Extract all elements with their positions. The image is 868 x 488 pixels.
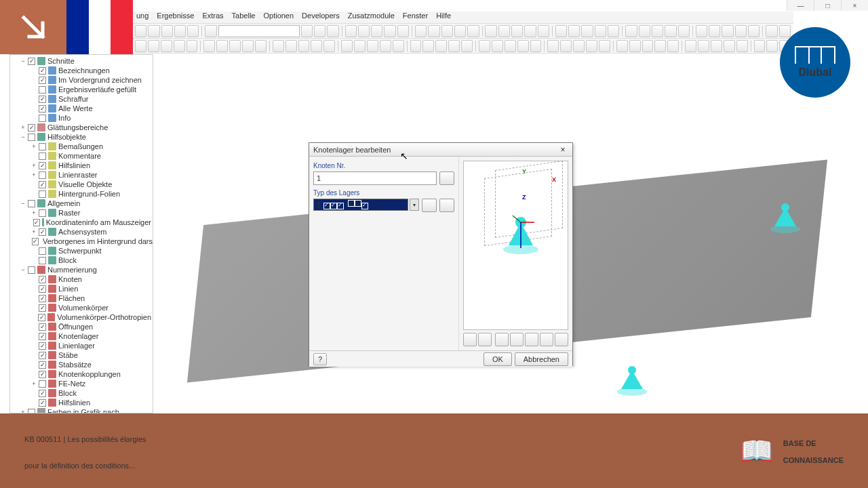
tree-item[interactable]: Volumenkörper [10, 303, 153, 312]
menu-optionen[interactable]: Optionen [263, 12, 294, 23]
toolbar-button[interactable] [255, 40, 267, 52]
toolbar-button[interactable] [273, 40, 284, 52]
constraint-checkbox[interactable] [330, 203, 337, 209]
toolbar-button[interactable] [530, 40, 542, 52]
toolbar-button[interactable] [148, 25, 159, 37]
constraint-checkbox[interactable] [337, 203, 344, 209]
toolbar-button[interactable] [667, 40, 679, 52]
expander-icon[interactable] [31, 295, 37, 302]
tree-item[interactable]: Hilfslinien [10, 398, 153, 407]
tree-item[interactable]: +FE-Netz [10, 379, 153, 388]
toolbar-button[interactable] [422, 40, 434, 52]
toolbar-button[interactable] [685, 40, 696, 52]
checkbox[interactable] [28, 134, 35, 141]
checkbox[interactable] [39, 257, 46, 264]
preview-btn-6[interactable] [540, 333, 553, 346]
preview-btn-3[interactable] [495, 333, 509, 346]
tree-item[interactable]: Knoten [10, 274, 153, 284]
toolbar-button[interactable] [216, 40, 228, 52]
toolbar-button[interactable] [454, 25, 466, 37]
expander-icon[interactable]: + [20, 124, 26, 131]
toolbar-button[interactable] [581, 25, 593, 37]
expander-icon[interactable] [31, 276, 37, 283]
toolbar-button[interactable] [511, 25, 523, 37]
toolbar-button[interactable] [709, 25, 720, 37]
toolbar-button[interactable] [393, 40, 404, 52]
toolbar-button[interactable] [479, 40, 490, 52]
toolbar-button[interactable] [161, 40, 172, 52]
toolbar-button[interactable] [639, 25, 650, 37]
toolbar-button[interactable] [448, 40, 460, 52]
toolbar-button[interactable] [311, 40, 322, 52]
checkbox[interactable] [39, 295, 46, 302]
tree-item[interactable]: Im Vordergrund zeichnen [10, 75, 153, 85]
tree-item[interactable]: Block [10, 388, 153, 398]
expander-icon[interactable]: − [20, 200, 26, 207]
tree-item[interactable]: +Hilfslinien [10, 161, 153, 170]
tree-item[interactable]: −Nummerierung [10, 265, 153, 274]
tree-item[interactable]: Kommentare [10, 151, 153, 161]
tree-item[interactable]: +Linienraster [10, 170, 153, 180]
toolbar-button[interactable] [397, 25, 409, 37]
menu-fenster[interactable]: Fenster [403, 12, 428, 23]
constraint-checkbox[interactable] [323, 203, 330, 209]
preview-btn-5[interactable] [525, 333, 538, 346]
toolbar-button[interactable] [205, 25, 216, 37]
tree-item[interactable]: Linienlager [10, 341, 153, 350]
toolbar-button[interactable] [358, 25, 370, 37]
checkbox[interactable] [28, 58, 35, 65]
checkbox[interactable] [39, 276, 46, 283]
tree-item[interactable]: Linien [10, 284, 153, 293]
checkbox[interactable] [39, 380, 46, 388]
toolbar-button[interactable] [696, 25, 707, 37]
expander-icon[interactable] [31, 361, 37, 368]
menu-tabelle[interactable]: Tabelle [232, 12, 256, 23]
toolbar-button[interactable] [665, 25, 676, 37]
tree-item[interactable]: Schwerpunkt [10, 246, 153, 256]
toolbar-button[interactable] [435, 40, 447, 52]
tree-item[interactable]: Block [10, 256, 153, 265]
preview-btn-1[interactable] [463, 333, 477, 346]
toolbar-button[interactable] [568, 25, 580, 37]
expander-icon[interactable] [31, 67, 37, 74]
maximize-button[interactable]: □ [814, 0, 841, 11]
close-button[interactable]: × [841, 0, 868, 11]
toolbar-button[interactable] [323, 40, 335, 52]
checkbox[interactable] [39, 162, 46, 169]
expander-icon[interactable] [31, 190, 37, 197]
toolbar-button[interactable] [678, 25, 690, 37]
expander-icon[interactable] [31, 333, 37, 340]
toolbar-button[interactable] [505, 40, 516, 52]
expander-icon[interactable] [31, 390, 37, 396]
toolbar-button[interactable] [415, 25, 427, 37]
toolbar-button[interactable] [654, 40, 666, 52]
toolbar-button[interactable] [341, 40, 353, 52]
checkbox[interactable] [38, 314, 45, 321]
checkbox[interactable] [28, 409, 35, 414]
toolbar-button[interactable] [625, 25, 637, 37]
checkbox[interactable] [39, 143, 46, 150]
tree-item[interactable]: Volumenkörper-Orthotropien [10, 312, 153, 322]
checkbox[interactable] [33, 219, 40, 226]
tree-item[interactable]: Bezeichnungen [10, 66, 153, 75]
toolbar-button[interactable] [595, 25, 606, 37]
dialog-close-button[interactable]: × [557, 145, 568, 155]
toolbar-button[interactable] [242, 40, 254, 52]
tree-item[interactable]: −Schnitte [10, 56, 153, 66]
checkbox[interactable] [39, 86, 46, 94]
toolbar-button[interactable] [298, 40, 310, 52]
tree-item[interactable]: Visuelle Objekte [10, 180, 153, 189]
expander-icon[interactable]: − [20, 266, 26, 273]
support-type-browse-button[interactable] [422, 199, 437, 212]
support-type-new-button[interactable] [439, 199, 454, 212]
toolbar-button[interactable] [461, 40, 473, 52]
tree-item[interactable]: −Allgemein [10, 199, 153, 208]
checkbox[interactable] [39, 77, 46, 84]
checkbox[interactable] [39, 115, 46, 122]
menu-ergebnisse[interactable]: Ergebnisse [157, 12, 194, 23]
toolbar-button[interactable] [766, 25, 777, 37]
toolbar-button[interactable] [174, 40, 185, 52]
toolbar-button[interactable] [735, 25, 747, 37]
toolbar-button[interactable] [410, 40, 422, 52]
expander-icon[interactable]: − [20, 58, 26, 64]
